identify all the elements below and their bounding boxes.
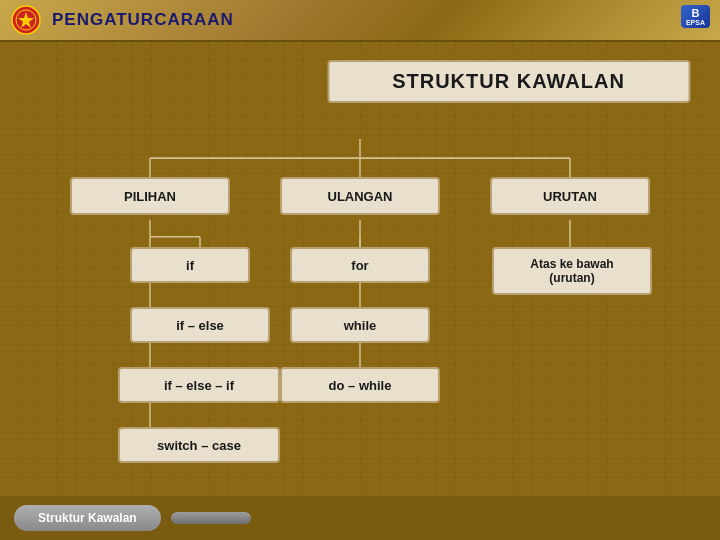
node-do-while: do – while xyxy=(280,367,440,403)
header: PENGATURCARAAN B EPSA xyxy=(0,0,720,42)
header-title: PENGATURCARAAN xyxy=(52,10,234,30)
node-if-else: if – else xyxy=(130,307,270,343)
diagram-title: STRUKTUR KAWALAN xyxy=(392,70,625,92)
footer: Struktur Kawalan xyxy=(0,496,720,540)
header-badge: B EPSA xyxy=(681,5,710,28)
node-if-else-if: if – else – if xyxy=(118,367,280,403)
node-atas-ke-bawah: Atas ke bawah (urutan) xyxy=(492,247,652,295)
footer-tab-1-label: Struktur Kawalan xyxy=(38,511,137,525)
diagram: PILIHAN ULANGAN URUTAN if for Atas ke ba… xyxy=(30,139,690,479)
node-for: for xyxy=(290,247,430,283)
node-pilihan: PILIHAN xyxy=(70,177,230,215)
node-ulangan: ULANGAN xyxy=(280,177,440,215)
main-content: STRUKTUR KAWALAN xyxy=(0,42,720,496)
node-while: while xyxy=(290,307,430,343)
footer-tab-2[interactable] xyxy=(171,512,251,524)
node-urutan: URUTAN xyxy=(490,177,650,215)
node-switch-case: switch – case xyxy=(118,427,280,463)
footer-tab-1[interactable]: Struktur Kawalan xyxy=(14,505,161,531)
node-if: if xyxy=(130,247,250,283)
diagram-title-box: STRUKTUR KAWALAN xyxy=(327,60,690,103)
logo-icon xyxy=(10,4,42,36)
